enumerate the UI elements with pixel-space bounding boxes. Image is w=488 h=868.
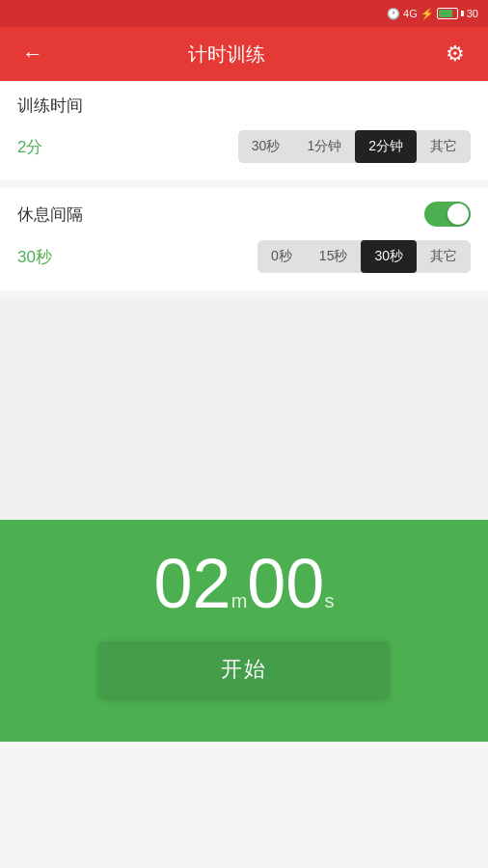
settings-button[interactable]: ⚙ bbox=[438, 37, 473, 71]
gear-icon: ⚙ bbox=[446, 41, 465, 67]
status-bar: 🕐 4G ⚡ 30 bbox=[0, 0, 488, 27]
timer-seconds: 00 bbox=[247, 549, 324, 618]
training-time-value: 2分 bbox=[17, 136, 66, 158]
training-2m-btn[interactable]: 2分钟 bbox=[355, 130, 417, 163]
rest-15s-btn[interactable]: 15秒 bbox=[306, 240, 362, 273]
battery-icon bbox=[437, 8, 464, 19]
toggle-circle bbox=[447, 203, 469, 225]
start-button[interactable]: 开始 bbox=[99, 641, 389, 697]
battery-level: 30 bbox=[467, 8, 478, 19]
rest-interval-value: 30秒 bbox=[17, 246, 66, 268]
rest-interval-title: 休息间隔 bbox=[17, 203, 83, 226]
training-30s-btn[interactable]: 30秒 bbox=[238, 130, 294, 163]
timer-section: 02 m 00 s 开始 bbox=[0, 520, 488, 742]
rest-interval-toggle[interactable] bbox=[424, 202, 471, 227]
page-title: 计时训练 bbox=[15, 41, 438, 68]
training-time-row: 2分 30秒 1分钟 2分钟 其它 bbox=[17, 130, 471, 163]
timer-display: 02 m 00 s bbox=[154, 549, 335, 618]
timer-minutes: 02 bbox=[154, 549, 231, 618]
rest-interval-header: 休息间隔 bbox=[17, 202, 471, 227]
rest-interval-options: 0秒 15秒 30秒 其它 bbox=[258, 240, 471, 273]
rest-other-btn[interactable]: 其它 bbox=[417, 240, 471, 273]
rest-0s-btn[interactable]: 0秒 bbox=[258, 240, 306, 273]
timer-second-unit: s bbox=[324, 590, 334, 612]
lightning-icon: ⚡ bbox=[420, 8, 434, 20]
timer-minute-unit: m bbox=[231, 590, 248, 612]
rest-30s-btn[interactable]: 30秒 bbox=[361, 240, 417, 273]
training-time-title: 训练时间 bbox=[17, 95, 471, 117]
signal-strength: 4G bbox=[403, 8, 418, 19]
training-1m-btn[interactable]: 1分钟 bbox=[293, 130, 355, 163]
rest-interval-row: 30秒 0秒 15秒 30秒 其它 bbox=[17, 240, 471, 273]
clock-icon: 🕐 bbox=[387, 8, 400, 20]
status-icons: 🕐 4G ⚡ 30 bbox=[387, 8, 478, 20]
rest-interval-section: 休息间隔 30秒 0秒 15秒 30秒 其它 bbox=[0, 188, 488, 290]
training-time-section: 训练时间 2分 30秒 1分钟 2分钟 其它 bbox=[0, 81, 488, 180]
training-other-btn[interactable]: 其它 bbox=[417, 130, 471, 163]
content-spacer bbox=[0, 298, 488, 520]
training-time-options: 30秒 1分钟 2分钟 其它 bbox=[238, 130, 471, 163]
app-header: ← 计时训练 ⚙ bbox=[0, 27, 488, 81]
